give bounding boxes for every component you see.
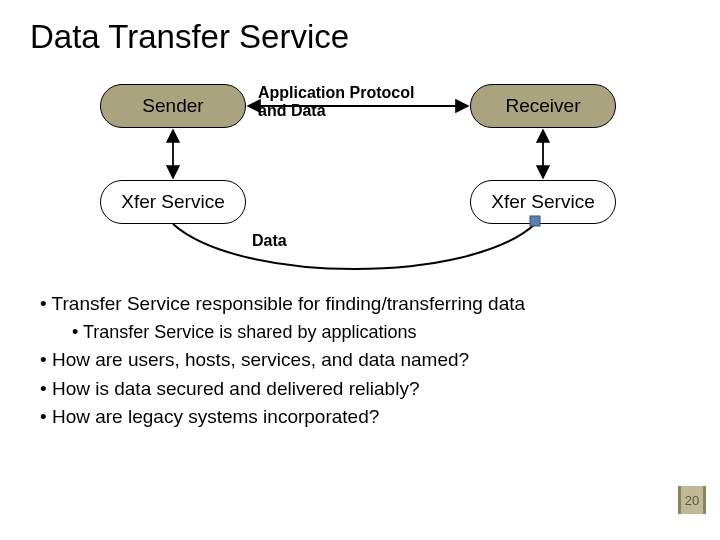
diagram: Sender Receiver Xfer Service Xfer Servic… — [40, 84, 680, 274]
node-xfer-left: Xfer Service — [100, 180, 246, 224]
slide-title: Data Transfer Service — [30, 18, 690, 56]
bullet-3: • How are users, hosts, services, and da… — [40, 348, 690, 373]
node-receiver: Receiver — [470, 84, 616, 128]
label-application-protocol: Application Protocol and Data — [258, 84, 414, 121]
bullet-5: • How are legacy systems incorporated? — [40, 405, 690, 430]
label-data: Data — [252, 232, 287, 250]
bullet-1: • Transfer Service responsible for findi… — [40, 292, 690, 317]
slide: Data Transfer Service Sender Receiver Xf… — [0, 0, 720, 540]
node-sender: Sender — [100, 84, 246, 128]
bullet-4: • How is data secured and delivered reli… — [40, 377, 690, 402]
label-app-line2: and Data — [258, 102, 326, 119]
label-app-line1: Application Protocol — [258, 84, 414, 101]
bullet-list: • Transfer Service responsible for findi… — [30, 292, 690, 430]
node-xfer-right: Xfer Service — [470, 180, 616, 224]
page-number: 20 — [678, 486, 706, 514]
bullet-2: • Transfer Service is shared by applicat… — [72, 321, 690, 344]
